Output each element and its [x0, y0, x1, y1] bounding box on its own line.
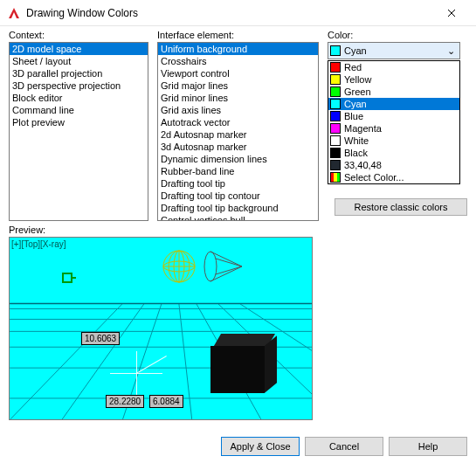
color-swatch-icon [330, 45, 341, 56]
preview-label: Preview: [9, 225, 467, 235]
list-item[interactable]: Plot preview [10, 116, 148, 128]
chevron-down-icon: ⌄ [444, 45, 458, 57]
apply-close-button[interactable]: Apply & Close [221, 437, 300, 456]
color-swatch-icon [330, 99, 341, 109]
interface-label: Interface element: [157, 30, 319, 40]
color-option-label: Magenta [344, 123, 382, 134]
close-button[interactable] [434, 0, 469, 26]
color-option[interactable]: Red [328, 61, 459, 73]
list-item[interactable]: Grid major lines [158, 79, 318, 92]
color-option[interactable]: Black [328, 147, 459, 159]
color-option[interactable]: 33,40,48 [328, 159, 459, 171]
color-option-label: Red [344, 62, 362, 73]
help-button[interactable]: Help [389, 437, 467, 456]
svg-point-20 [204, 252, 217, 281]
list-item[interactable]: Command line [10, 104, 148, 116]
list-item[interactable]: 3D perspective projection [10, 79, 148, 92]
list-item[interactable]: Grid axis lines [158, 104, 318, 116]
coord-readout-2: 28.2280 [106, 395, 144, 408]
close-icon [447, 9, 456, 17]
cancel-button[interactable]: Cancel [305, 437, 383, 456]
color-option-label: 33,40,48 [344, 160, 382, 170]
color-swatch-icon [330, 148, 341, 158]
color-swatch-icon [330, 123, 341, 134]
list-item[interactable]: 2d Autosnap marker [158, 128, 318, 141]
color-combobox[interactable]: Cyan ⌄ [328, 42, 460, 59]
coord-readout-1: 10.6063 [81, 332, 120, 345]
list-item[interactable]: 2D model space [10, 43, 148, 55]
color-option-label: Blue [344, 111, 363, 121]
svg-line-22 [210, 266, 242, 281]
color-swatch-icon [330, 135, 341, 146]
color-option-label: Cyan [344, 99, 367, 109]
color-column: Color: Cyan ⌄ RedYellowGreenCyanBlueMage… [328, 30, 460, 221]
context-label: Context: [9, 30, 148, 40]
color-option[interactable]: Yellow [328, 73, 459, 86]
color-option-label: Black [344, 148, 368, 158]
list-item[interactable]: Drafting tool tip [158, 177, 318, 190]
color-dropdown[interactable]: RedYellowGreenCyanBlueMagentaWhiteBlack3… [328, 60, 460, 184]
color-option-label: Yellow [344, 74, 371, 85]
list-item[interactable]: Drafting tool tip background [158, 202, 318, 214]
color-swatch-icon [330, 74, 341, 85]
interface-column: Interface element: Uniform backgroundCro… [157, 30, 319, 221]
list-item[interactable]: Uniform background [158, 43, 318, 55]
list-item[interactable]: Control vertices hull [158, 214, 318, 221]
color-swatch-icon [330, 160, 341, 170]
wire-sphere-icon [162, 250, 196, 283]
cube-model-icon [210, 334, 279, 395]
svg-line-21 [210, 252, 242, 266]
list-item[interactable]: Rubber-band line [158, 165, 318, 177]
window-title: Drawing Window Colors [26, 7, 434, 19]
dialog-footer: Apply & Close Cancel Help [221, 437, 467, 456]
color-option[interactable]: White [328, 135, 459, 147]
context-column: Context: 2D model spaceSheet / layout3D … [9, 30, 148, 221]
color-option-label: Green [344, 86, 371, 97]
list-item[interactable]: Viewport control [158, 67, 318, 79]
list-item[interactable]: Block editor [10, 92, 148, 104]
color-option[interactable]: Select Color... [328, 171, 459, 183]
color-option-label: White [344, 135, 369, 146]
color-option[interactable]: Green [328, 86, 459, 98]
color-option[interactable]: Blue [328, 110, 459, 122]
list-item[interactable]: Crosshairs [158, 55, 318, 67]
app-logo-icon [7, 6, 21, 20]
interface-listbox[interactable]: Uniform backgroundCrosshairsViewport con… [157, 42, 319, 221]
autosnap-marker-icon [62, 273, 72, 283]
color-swatch-icon [330, 62, 341, 73]
list-item[interactable]: Sheet / layout [10, 55, 148, 67]
svg-line-24 [216, 266, 242, 274]
color-combo-label: Cyan [344, 45, 444, 56]
color-swatch-icon [330, 111, 341, 121]
list-item[interactable]: 3D parallel projection [10, 67, 148, 79]
wire-cone-icon [204, 250, 242, 283]
color-swatch-icon [330, 172, 341, 183]
color-swatch-icon [330, 86, 341, 97]
list-item[interactable]: Grid minor lines [158, 92, 318, 104]
list-item[interactable]: 3d Autosnap marker [158, 141, 318, 153]
coord-readout-3: 6.0884 [149, 395, 183, 408]
color-option-label: Select Color... [344, 172, 404, 183]
context-listbox[interactable]: 2D model spaceSheet / layout3D parallel … [9, 42, 148, 221]
preview-viewport: [+][Top][X-ray] [9, 237, 313, 420]
list-item[interactable]: Drafting tool tip contour [158, 190, 318, 202]
color-label: Color: [328, 30, 460, 40]
titlebar: Drawing Window Colors [0, 0, 476, 26]
restore-classic-button[interactable]: Restore classic colors [335, 198, 467, 216]
color-option[interactable]: Magenta [328, 122, 459, 135]
color-option[interactable]: Cyan [328, 98, 459, 110]
list-item[interactable]: Dynamic dimension lines [158, 153, 318, 165]
svg-line-23 [216, 259, 242, 266]
list-item[interactable]: Autotrack vector [158, 116, 318, 128]
